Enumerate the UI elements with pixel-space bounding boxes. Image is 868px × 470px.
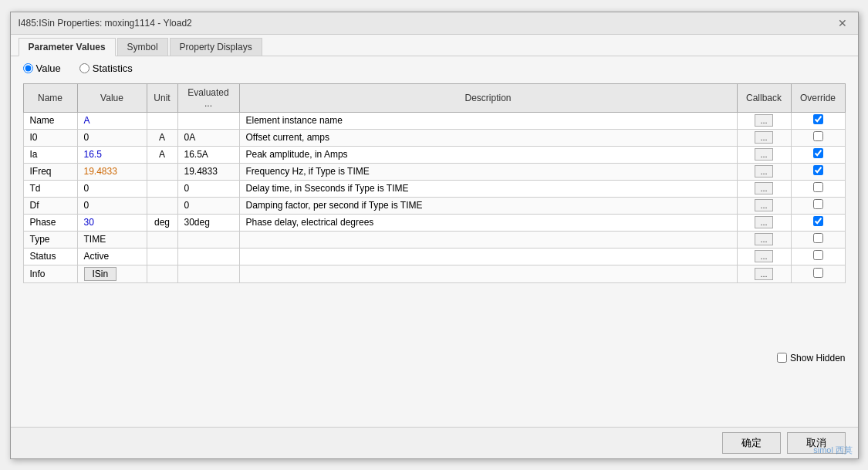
radio-row: Value Statistics — [11, 56, 858, 80]
cell-override[interactable] — [791, 163, 845, 180]
radio-statistics[interactable]: Statistics — [79, 63, 133, 74]
cell-unit — [147, 180, 177, 197]
cell-override[interactable] — [791, 180, 845, 197]
cell-callback[interactable]: ... — [737, 248, 791, 265]
tab-property-displays[interactable]: Property Displays — [170, 38, 262, 56]
callback-button[interactable]: ... — [755, 268, 772, 280]
cell-callback[interactable]: ... — [737, 112, 791, 129]
cell-description: Phase delay, electrical degrees — [239, 214, 737, 231]
cell-evaluated: 19.4833 — [177, 163, 239, 180]
override-checkbox[interactable] — [813, 199, 823, 209]
radio-value-input[interactable] — [23, 63, 33, 73]
cell-evaluated: 0 — [177, 197, 239, 214]
cell-override[interactable] — [791, 265, 845, 282]
cell-unit — [147, 163, 177, 180]
radio-statistics-input[interactable] — [79, 63, 90, 73]
cell-description: Offset current, amps — [239, 129, 737, 146]
cell-name: Status — [23, 248, 77, 265]
show-hidden-label[interactable]: Show Hidden — [777, 353, 845, 363]
cancel-button[interactable]: 取消 — [787, 432, 846, 454]
tabs-bar: Parameter Values Symbol Property Display… — [11, 35, 858, 56]
callback-button[interactable]: ... — [755, 165, 772, 178]
cell-value: TIME — [77, 231, 147, 248]
cell-value[interactable]: ISin — [77, 265, 147, 282]
ok-button[interactable]: 确定 — [722, 432, 781, 454]
override-checkbox[interactable] — [813, 182, 823, 192]
override-checkbox[interactable] — [813, 268, 823, 278]
table-row: I00A0AOffset current, amps... — [23, 129, 845, 146]
cell-value: Active — [77, 248, 147, 265]
cell-override[interactable] — [791, 214, 845, 231]
cell-name: Phase — [23, 214, 77, 231]
cell-evaluated: 0A — [177, 129, 239, 146]
window-title: I485:ISin Properties: moxing1114 - Yload… — [19, 18, 192, 29]
table-row: Td00Delay time, in Sseconds if Type is T… — [23, 180, 845, 197]
cell-callback[interactable]: ... — [737, 265, 791, 282]
cell-override[interactable] — [791, 146, 845, 163]
content-area: Name Value Unit Evaluated ... Descriptio… — [11, 80, 858, 289]
override-checkbox[interactable] — [813, 131, 823, 141]
tab-param-values[interactable]: Parameter Values — [19, 38, 116, 56]
cell-value: 30 — [77, 214, 147, 231]
callback-button[interactable]: ... — [755, 148, 772, 161]
cell-description: Peak amplitude, in Amps — [239, 146, 737, 163]
callback-button[interactable]: ... — [755, 182, 772, 194]
table-row: IFreq19.483319.4833Frequency Hz, if Type… — [23, 163, 845, 180]
override-checkbox[interactable] — [813, 233, 823, 243]
cell-override[interactable] — [791, 231, 845, 248]
cell-value: 0 — [77, 129, 147, 146]
table-row: Ia16.5A16.5APeak amplitude, in Amps... — [23, 146, 845, 163]
cell-description — [239, 248, 737, 265]
cell-value: 16.5 — [77, 146, 147, 163]
cell-description: Damping factor, per second if Type is TI… — [239, 197, 737, 214]
close-button[interactable]: ✕ — [835, 17, 850, 29]
cell-override[interactable] — [791, 197, 845, 214]
cell-override[interactable] — [791, 112, 845, 129]
override-checkbox[interactable] — [813, 216, 823, 226]
table-row: NameAElement instance name... — [23, 112, 845, 129]
cell-name: Ia — [23, 146, 77, 163]
cell-evaluated: 16.5A — [177, 146, 239, 163]
cell-callback[interactable]: ... — [737, 146, 791, 163]
col-header-value: Value — [77, 83, 147, 112]
cell-callback[interactable]: ... — [737, 214, 791, 231]
cell-callback[interactable]: ... — [737, 197, 791, 214]
cell-name: Name — [23, 112, 77, 129]
cell-value: A — [77, 112, 147, 129]
col-header-unit: Unit — [147, 83, 177, 112]
cell-description — [239, 231, 737, 248]
cell-name: I0 — [23, 129, 77, 146]
cell-name: Info — [23, 265, 77, 282]
bottom-bar: 确定 取消 — [11, 427, 858, 458]
cell-override[interactable] — [791, 248, 845, 265]
override-checkbox[interactable] — [813, 165, 823, 175]
cell-override[interactable] — [791, 129, 845, 146]
cell-name: Td — [23, 180, 77, 197]
override-checkbox[interactable] — [813, 148, 823, 158]
radio-value[interactable]: Value — [23, 63, 61, 74]
col-header-description: Description — [239, 83, 737, 112]
callback-button[interactable]: ... — [755, 114, 772, 127]
cell-callback[interactable]: ... — [737, 180, 791, 197]
cell-name: IFreq — [23, 163, 77, 180]
show-hidden-checkbox[interactable] — [777, 353, 787, 363]
cell-description: Delay time, in Sseconds if Type is TIME — [239, 180, 737, 197]
cell-callback[interactable]: ... — [737, 129, 791, 146]
cell-callback[interactable]: ... — [737, 231, 791, 248]
cell-unit: A — [147, 129, 177, 146]
info-button[interactable]: ISin — [84, 267, 117, 281]
override-checkbox[interactable] — [813, 114, 823, 124]
callback-button[interactable]: ... — [755, 131, 772, 144]
tab-symbol[interactable]: Symbol — [117, 38, 168, 56]
cell-description — [239, 265, 737, 282]
cell-description: Frequency Hz, if Type is TIME — [239, 163, 737, 180]
callback-button[interactable]: ... — [755, 216, 772, 228]
callback-button[interactable]: ... — [755, 250, 772, 262]
callback-button[interactable]: ... — [755, 199, 772, 211]
cell-value: 0 — [77, 197, 147, 214]
callback-button[interactable]: ... — [755, 233, 772, 245]
override-checkbox[interactable] — [813, 250, 823, 260]
cell-evaluated — [177, 248, 239, 265]
cell-callback[interactable]: ... — [737, 163, 791, 180]
cell-description: Element instance name — [239, 112, 737, 129]
